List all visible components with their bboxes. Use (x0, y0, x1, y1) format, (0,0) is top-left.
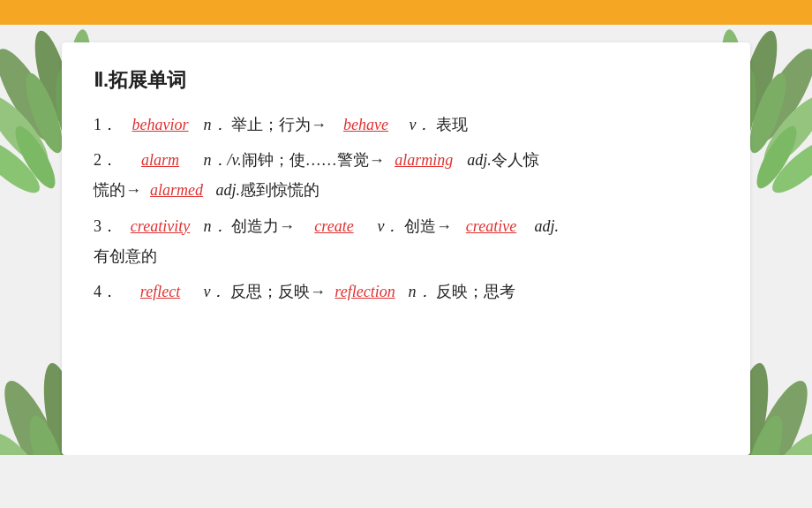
word-creative: creative (456, 211, 527, 241)
pos-3b: v． 创造→ (373, 217, 452, 235)
bottom-area (0, 455, 812, 508)
top-bar (0, 0, 812, 25)
pos-2b: adj.令人惊 (463, 151, 539, 169)
item-num-2: 2． (94, 151, 117, 169)
list-item: 2． alarm n．/v.闹钟；使……警觉→ alarming adj.令人惊… (94, 145, 718, 205)
pos-1a: n． 举止；行为→ (199, 116, 327, 133)
word-reflection: reflection (330, 277, 401, 307)
section-title: Ⅱ.拓展单词 (94, 67, 718, 94)
pos-1b: v． 表现 (405, 116, 468, 133)
item-num-1: 1． (94, 116, 117, 133)
word-creativity: creativity (125, 211, 196, 241)
pos-3c: adj. (530, 217, 559, 235)
word-behave: behave (331, 110, 402, 140)
word-reflect: reflect (125, 277, 196, 307)
pos-3a: n． 创造力→ (199, 217, 295, 235)
vocab-list: 1． behavior n． 举止；行为→ behave v． 表现 2． al… (94, 110, 718, 307)
list-item: 3． creativity n． 创造力→ create v． 创造→ crea… (94, 211, 718, 271)
word-alarm: alarm (125, 145, 196, 175)
pos-2a: n．/v.闹钟；使……警觉→ (199, 151, 385, 169)
list-item: 1． behavior n． 举止；行为→ behave v． 表现 (94, 110, 718, 140)
pos-4a: v． 反思；反映→ (199, 283, 326, 300)
item-num-3: 3． (94, 217, 117, 235)
word-behavior: behavior (125, 110, 196, 140)
item-2-cont: 慌的→alarmed adj.感到惊慌的 (94, 181, 320, 199)
content-card: Ⅱ.拓展单词 1． behavior n． 举止；行为→ behave v． 表… (62, 42, 750, 455)
word-create: create (299, 211, 370, 241)
list-item: 4． reflect v． 反思；反映→ reflection n． 反映；思考 (94, 277, 718, 307)
word-alarming: alarming (388, 145, 459, 175)
pos-4b: n． 反映；思考 (404, 283, 515, 300)
item-num-4: 4． (94, 283, 117, 300)
word-alarmed: alarmed (141, 175, 212, 205)
item-3-cont: 有创意的 (94, 247, 157, 265)
